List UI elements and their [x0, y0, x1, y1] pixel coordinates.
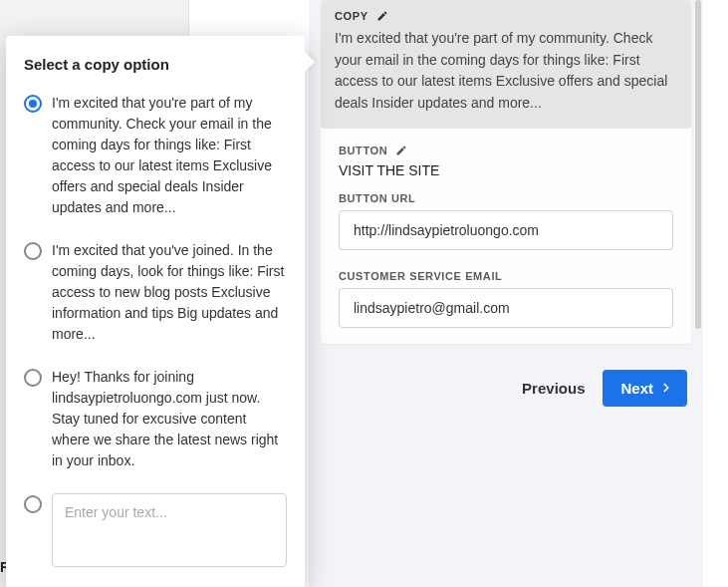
button-text-value: VISIT THE SITE	[339, 162, 673, 178]
pencil-icon[interactable]	[395, 145, 407, 156]
button-url-label: BUTTON URL	[339, 192, 673, 204]
cs-email-input[interactable]	[339, 288, 673, 328]
copy-option-1[interactable]: I'm excited that you're part of my commu…	[24, 93, 287, 218]
button-url-input[interactable]	[339, 210, 673, 250]
pencil-icon[interactable]	[376, 10, 388, 22]
copy-label: COPY	[335, 10, 368, 22]
copy-option-custom[interactable]	[24, 493, 287, 567]
editor-panel: COPY I'm excited that you're part of my …	[309, 0, 703, 587]
chevron-right-icon	[659, 381, 673, 395]
next-button-label: Next	[620, 380, 653, 397]
copy-options-popover: Select a copy option I'm excited that yo…	[6, 36, 305, 587]
radio-option-1[interactable]	[24, 95, 42, 113]
button-section: BUTTON VISIT THE SITE BUTTON URL CUSTOME…	[321, 145, 691, 344]
button-label: BUTTON	[339, 145, 387, 156]
copy-option-3[interactable]: Hey! Thanks for joining lindsaypietroluo…	[24, 367, 287, 471]
copy-option-2-text: I'm excited that you've joined. In the c…	[52, 240, 287, 345]
cs-email-label: CUSTOMER SERVICE EMAIL	[339, 270, 673, 282]
popover-title: Select a copy option	[24, 56, 287, 73]
radio-option-3[interactable]	[24, 369, 42, 387]
radio-option-2[interactable]	[24, 242, 42, 260]
copy-option-1-text: I'm excited that you're part of my commu…	[52, 93, 287, 218]
button-section-header: BUTTON	[339, 145, 673, 156]
copy-text: I'm excited that you're part of my commu…	[335, 28, 677, 115]
editor-card: COPY I'm excited that you're part of my …	[321, 0, 691, 344]
wizard-nav: Previous Next	[321, 370, 691, 407]
copy-option-2[interactable]: I'm excited that you've joined. In the c…	[24, 240, 287, 345]
copy-section[interactable]: COPY I'm excited that you're part of my …	[321, 0, 691, 129]
radio-option-custom[interactable]	[24, 495, 42, 513]
scrollbar[interactable]	[695, 0, 701, 329]
previous-button[interactable]: Previous	[522, 380, 585, 397]
copy-section-header: COPY	[335, 10, 677, 22]
custom-copy-input[interactable]	[52, 493, 287, 567]
next-button[interactable]: Next	[603, 370, 687, 407]
copy-option-3-text: Hey! Thanks for joining lindsaypietroluo…	[52, 367, 287, 471]
